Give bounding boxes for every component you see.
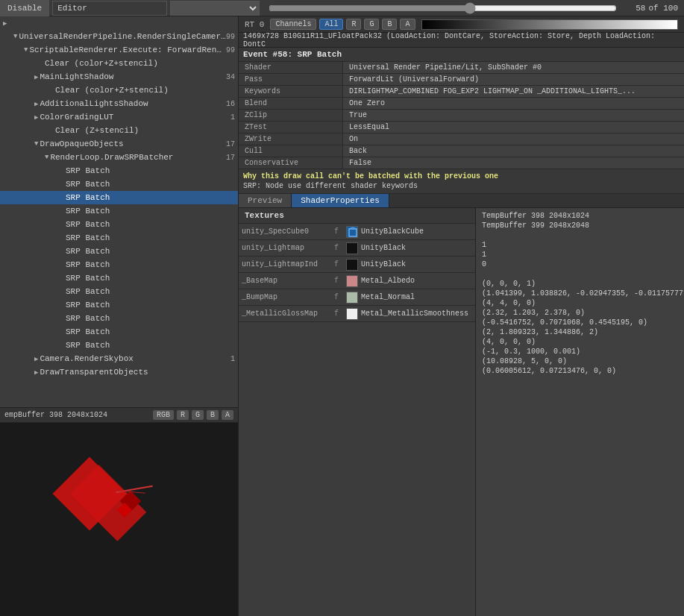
tree-item[interactable]: Clear (color+Z+stencil) — [0, 57, 238, 70]
why-title: Why this draw call can't be batched with… — [243, 172, 680, 180]
tree-label: Clear (color+Z+stencil) — [55, 86, 238, 95]
why-text: SRP: Node use different shader keywords — [243, 182, 680, 190]
r-button[interactable]: R — [346, 19, 361, 30]
texture-row: unity_LightmapfUnityBlack — [239, 240, 475, 257]
tree-item[interactable]: SRP Batch — [0, 231, 238, 245]
tree-arrow: ▶ — [34, 368, 38, 377]
prop-val: Back — [343, 145, 684, 157]
values-section: TempBuffer 398 2048x1024TempBuffer 399 2… — [475, 208, 684, 616]
texture-row: unity_LightmapIndfUnityBlack — [239, 257, 475, 273]
tree-item[interactable]: SRP Batch — [0, 285, 238, 298]
top-bar: Disable 58 of 100 — [0, 0, 684, 16]
texture-f-label: f — [334, 260, 343, 268]
tree-item[interactable]: ▶ AdditionalLightsShadow16 — [0, 97, 238, 110]
tree-item[interactable]: SRP Batch — [0, 339, 238, 352]
tree-item[interactable]: SRP Batch — [0, 298, 238, 312]
prop-key: ZClip — [239, 110, 343, 122]
tree-item[interactable]: ▼ RenderLoop.DrawSRPBatcher17 — [0, 151, 238, 164]
b-button[interactable]: B — [382, 19, 397, 30]
texture-name: unity_Lightmap — [242, 244, 331, 252]
tab-btn[interactable]: Preview — [239, 194, 292, 207]
tree-item[interactable]: ▶ DrawTransparentObjects — [0, 365, 238, 379]
tree-area[interactable]: ▶ ▼ UniversalRenderPipeline.RenderSingle… — [0, 16, 238, 407]
tree-arrow: ▶ — [34, 355, 38, 363]
tree-item[interactable]: SRP Batch — [0, 204, 238, 218]
tree-item[interactable]: SRP Batch — [0, 245, 238, 258]
tree-count: 99 — [226, 46, 238, 54]
prop-key: ZWrite — [239, 133, 343, 145]
rt-label: RT 0 — [242, 20, 267, 29]
value-line: (-0.5416752, 0.7071068, 0.4545195, 0) — [482, 318, 678, 327]
tree-item[interactable]: SRP Batch — [0, 325, 238, 339]
value-line: TempBuffer 398 2048x1024 — [482, 211, 678, 221]
texture-name: _BaseMap — [242, 277, 331, 285]
texture-f-label: f — [334, 293, 343, 301]
tree-label: SRP Batch — [66, 233, 238, 242]
prop-key: Keywords — [239, 86, 343, 98]
tree-arrow: ▶ — [34, 100, 38, 108]
tree-item[interactable]: ▶ Camera.RenderSkybox1 — [0, 352, 238, 365]
tree-label: RenderLoop.DrawSRPBatcher — [50, 153, 226, 162]
tree-label: SRP Batch — [66, 301, 238, 309]
preview-channel-btn[interactable]: R — [177, 410, 189, 420]
tree-item[interactable]: ▶ — [0, 16, 238, 30]
disable-button[interactable]: Disable — [0, 0, 49, 16]
tree-item[interactable]: SRP Batch — [0, 164, 238, 177]
editor-input[interactable] — [52, 1, 167, 16]
all-button[interactable]: All — [319, 19, 343, 30]
main-layout: ▶ ▼ UniversalRenderPipeline.RenderSingle… — [0, 16, 684, 616]
tree-arrow: ▼ — [34, 140, 38, 148]
tree-count: 16 — [226, 100, 238, 108]
value-line: (10.08928, 5, 0, 0) — [482, 356, 678, 366]
channels-button[interactable]: Channels — [270, 19, 316, 30]
frame-slider[interactable] — [269, 2, 617, 14]
tree-arrow: ▼ — [45, 154, 48, 161]
rt-info-text: 1469x728 B10G11R11_UFloatPack32 (LoadAct… — [243, 32, 680, 48]
tree-item[interactable]: SRP Batch — [0, 258, 238, 271]
preview-channel-btn[interactable]: RGB — [153, 410, 174, 420]
tree-item[interactable]: Clear (Z+stencil) — [0, 124, 238, 137]
texture-thumb — [346, 259, 358, 271]
value-line: TempBuffer 399 2048x2048 — [482, 221, 678, 230]
textures-header: Textures — [239, 208, 475, 224]
texture-val: Metal_Normal — [361, 293, 472, 301]
tree-item[interactable]: ▼ DrawOpaqueObjects17 — [0, 137, 238, 151]
tree-item[interactable]: ▼ ScriptableRenderer.Execute: ForwardRen… — [0, 43, 238, 57]
value-line: (4, 0, 0, 0) — [482, 337, 678, 347]
tree-item[interactable]: ▶ MainLightShadow34 — [0, 70, 238, 84]
value-line: (2, 1.809323, 1.344886, 2) — [482, 327, 678, 337]
prop-val: Universal Render Pipeline/Lit, SubShader… — [343, 62, 684, 74]
preview-channel-btn[interactable]: A — [222, 410, 233, 420]
tree-label: AdditionalLightsShadow — [40, 99, 226, 108]
tree-item[interactable]: SRP Batch — [0, 191, 238, 204]
tree-item[interactable]: SRP Batch — [0, 177, 238, 191]
tab-btn[interactable]: ShaderProperties — [292, 194, 389, 207]
texture-row: _BumpMapfMetal_Normal — [239, 289, 475, 306]
prop-grid: ShaderUniversal Render Pipeline/Lit, Sub… — [239, 62, 684, 169]
value-line: (-1, 0.3, 1000, 0.001) — [482, 347, 678, 356]
tree-item[interactable]: SRP Batch — [0, 218, 238, 231]
tree-item[interactable]: SRP Batch — [0, 271, 238, 285]
value-line: 0 — [482, 260, 678, 269]
a-button[interactable]: A — [400, 19, 415, 30]
tree-label: DrawTransparentObjects — [40, 368, 238, 377]
tree-count: 17 — [226, 140, 238, 148]
event-dropdown[interactable] — [170, 1, 260, 16]
lower-right: Textures unity_SpecCube0fUnityBlackCubeu… — [239, 208, 684, 616]
texture-f-label: f — [334, 227, 343, 236]
g-button[interactable]: G — [364, 19, 379, 30]
preview-channel-btn[interactable]: G — [192, 410, 204, 420]
tree-item[interactable]: ▶ ColorGradingLUT1 — [0, 110, 238, 124]
tree-label: SRP Batch — [66, 274, 238, 283]
preview-channel-btn[interactable]: B — [207, 410, 219, 420]
tree-label: SRP Batch — [66, 287, 238, 296]
value-line: (1.041399, 1.038826, -0.02947355, -0.011… — [482, 289, 678, 298]
tree-arrow: ▼ — [24, 46, 28, 54]
rt-info-line: 1469x728 B10G11R11_UFloatPack32 (LoadAct… — [239, 33, 684, 48]
tree-item[interactable]: ▼ UniversalRenderPipeline.RenderSingleCa… — [0, 30, 238, 43]
tree-item[interactable]: Clear (color+Z+stencil) — [0, 84, 238, 97]
tree-item[interactable]: SRP Batch — [0, 312, 238, 325]
texture-row: unity_SpecCube0fUnityBlackCube — [239, 224, 475, 240]
value-line: (0.06005612, 0.07213476, 0, 0) — [482, 366, 678, 376]
right-panel: RT 0 Channels All R G B A 1469x728 B10G1… — [239, 16, 684, 616]
